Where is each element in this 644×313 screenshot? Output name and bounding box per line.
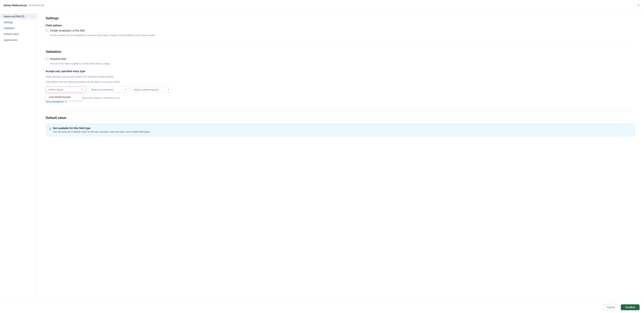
localization-checkbox[interactable] <box>46 29 48 32</box>
chevron-down-icon: ▾ <box>82 88 84 91</box>
localization-row: Enable localization of this field <box>46 29 635 32</box>
settings-section: Settings Field options Enable localizati… <box>46 16 635 37</box>
field-options-title: Field options <box>46 24 635 27</box>
select-space-wrapper: Select space ▾ Coin Retail Europe <box>46 86 86 93</box>
chevron-down-icon-env: ▾ <box>125 88 126 91</box>
confirm-button[interactable]: Confirm <box>621 304 640 310</box>
cross-space-text: Knowing that cross-space references acro… <box>46 96 635 99</box>
modal-header: Demo References ResourceLink × <box>0 0 644 10</box>
info-icon: ℹ <box>50 127 51 131</box>
localization-help: All the content can be translated to Ger… <box>50 33 635 37</box>
info-desc: You can only set a default value for the… <box>53 130 151 133</box>
cancel-button[interactable]: Cancel <box>603 304 619 311</box>
select-environment-button[interactable]: Select environment ▾ <box>88 86 129 93</box>
required-field-help: You won't be able to publish an entry if… <box>50 62 635 65</box>
validation-section: Validation Required field You won't be a… <box>46 50 635 103</box>
accept-desc-1: Make this field only accept entries from… <box>46 75 635 79</box>
required-field-row: Required field <box>46 57 635 60</box>
info-content: Not available for this field type You ca… <box>53 127 151 133</box>
accept-entry-type-title: Accept only specified entry type <box>46 70 635 73</box>
sidebar-item-validation[interactable]: Validation <box>0 25 37 31</box>
modal-body: Name and field ID Settings Validation De… <box>0 10 644 302</box>
select-env-label: Select environment <box>91 88 113 91</box>
select-space-label: Select space <box>48 88 63 91</box>
sidebar: Name and field ID Settings Validation De… <box>0 10 37 302</box>
sidebar-item-settings[interactable]: Settings <box>0 19 37 25</box>
divider-1 <box>46 44 635 45</box>
share-feedback-link[interactable]: Share feedback ↗ <box>46 100 67 103</box>
modal-footer: Cancel Confirm <box>0 302 644 313</box>
required-field-checkbox[interactable] <box>46 58 48 60</box>
dropdown-item-coin-retail[interactable]: Coin Retail Europe <box>46 94 82 100</box>
required-field-label: Required field <box>50 57 66 60</box>
divider-2 <box>46 111 635 111</box>
select-type-wrapper: Select content type(s) ▾ <box>131 86 172 93</box>
select-row: Select space ▾ Coin Retail Europe Select… <box>46 86 635 93</box>
modal-title: Demo References <box>4 4 27 7</box>
select-env-wrapper: Select environment ▾ <box>88 86 129 93</box>
select-content-type-button[interactable]: Select content type(s) ▾ <box>131 86 172 93</box>
select-type-label: Select content type(s) <box>134 88 159 91</box>
close-button[interactable]: × <box>637 2 640 8</box>
external-link-icon: ↗ <box>64 100 67 103</box>
space-dropdown-menu: Coin Retail Europe <box>46 93 82 100</box>
modal: Demo References ResourceLink × Name and … <box>0 0 644 313</box>
sidebar-item-appearance[interactable]: Appearance <box>0 37 37 43</box>
default-value-title: Default value <box>46 116 635 120</box>
content-area: Settings Field options Enable localizati… <box>37 10 644 302</box>
select-space-button[interactable]: Select space ▾ <box>46 86 86 93</box>
chevron-down-icon-type: ▾ <box>168 88 169 91</box>
share-feedback-label: Share feedback <box>46 100 64 103</box>
default-value-info-box: ℹ Not available for this field type You … <box>46 124 635 136</box>
accept-desc-2: Only editors with the right permissions … <box>46 80 635 84</box>
settings-title: Settings <box>46 16 635 20</box>
validation-title: Validation <box>46 50 635 54</box>
modal-subtitle: ResourceLink <box>28 4 44 7</box>
default-value-section: Default value ℹ Not available for this f… <box>46 116 635 136</box>
info-title: Not available for this field type <box>53 127 151 130</box>
feedback-row: Share feedback ↗ <box>46 100 635 103</box>
sidebar-item-name-field-id[interactable]: Name and field ID <box>0 13 37 19</box>
localization-label: Enable localization of this field <box>50 29 85 32</box>
sidebar-item-default-value[interactable]: Default value <box>0 31 37 37</box>
